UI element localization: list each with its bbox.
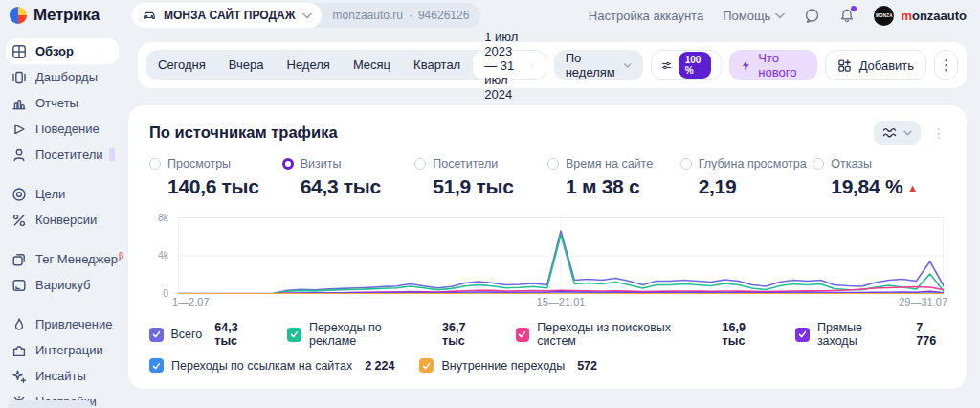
account-settings-link[interactable]: Настройка аккаунта [589, 9, 703, 23]
range-week[interactable]: Неделя [276, 50, 342, 80]
range-month[interactable]: Месяц [342, 50, 402, 80]
date-range-value: 1 июл 2023 — 31 июл 2024 [484, 30, 523, 102]
app-name: Метрика [33, 6, 100, 25]
radio-icon [813, 158, 824, 170]
car-icon [142, 8, 157, 23]
legend-item-direct[interactable]: Прямые заходы 7 776 [795, 321, 946, 348]
legend-value: 16,9 тыс [723, 321, 771, 348]
checkbox-icon [149, 358, 164, 373]
radio-icon [282, 158, 294, 170]
legend-label: Прямые заходы [817, 321, 903, 348]
separator-dot: · [409, 9, 412, 22]
user-menu[interactable]: MONZA monzaauto [874, 6, 967, 26]
checkbox-icon [287, 328, 301, 342]
range-yesterday[interactable]: Вчера [217, 50, 276, 80]
chat-button[interactable] [804, 8, 820, 24]
x-tick-end: 29—31.07 [899, 296, 947, 307]
sidebar-item-visitors[interactable]: Посетители [6, 142, 119, 168]
notifications-button[interactable] [839, 8, 855, 24]
traffic-chart[interactable]: 8k 4k 0 1—2.07 15—21.01 29—31.07 [149, 214, 946, 308]
checkbox-icon [419, 358, 434, 373]
metric-value: 2,19 [680, 175, 813, 198]
metric-label: Глубина просмотра [699, 157, 807, 170]
radio-icon [149, 158, 161, 170]
sidebar-item-label: Посетители [35, 147, 103, 162]
chevron-down-icon [775, 12, 785, 19]
sidebar-item-label: Тег Менеджерβ [35, 251, 123, 266]
granularity-select[interactable]: По неделям [554, 50, 643, 80]
range-quarter[interactable]: Квартал [402, 50, 472, 80]
legend-value: 2 224 [365, 359, 394, 373]
sidebar-item-goals[interactable]: Цели [6, 181, 119, 207]
kebab-icon: ⋮ [939, 57, 953, 74]
help-menu[interactable]: Помощь [723, 9, 785, 23]
legend-item-search[interactable]: Переходы из поисковых систем 16,9 тыс [516, 321, 771, 348]
sliders-icon [661, 58, 672, 73]
chart-legend: Всего 64,3 тыс Переходы по рекламе 36,7 … [149, 321, 946, 373]
add-button[interactable]: Добавить [825, 50, 926, 80]
sidebar-item-variocube[interactable]: Вариокуб [6, 272, 119, 298]
sidebar-item-dashboards[interactable]: Дашборды [6, 64, 119, 90]
legend-label: Всего [171, 328, 203, 341]
sidebar-item-tag-manager[interactable]: Тег Менеджерβ [6, 246, 119, 272]
metric-pageviews[interactable]: Просмотры 140,6 тыс [149, 157, 282, 198]
sidebar-item-integrations[interactable]: Интеграции [6, 337, 119, 363]
range-today[interactable]: Сегодня [146, 50, 217, 80]
percent-icon [11, 213, 27, 228]
metric-depth[interactable]: Глубина просмотра 2,19 [680, 157, 813, 198]
sidebar-item-conversions[interactable]: Конверсии [6, 207, 119, 233]
counter-domain[interactable]: monzaauto.ru [333, 9, 403, 22]
legend-value: 64,3 тыс [214, 321, 262, 348]
legend-value: 572 [577, 359, 597, 373]
x-axis-labels: 1—2.07 15—21.01 29—31.07 [178, 296, 944, 309]
sidebar-item-label: Инсайты [35, 369, 86, 383]
target-icon [11, 187, 27, 202]
metric-bounce-rate[interactable]: Отказы 19,84 %▲ [813, 157, 946, 198]
widget-add-icon [837, 58, 852, 73]
add-label: Добавить [859, 58, 914, 73]
date-range-picker[interactable]: 1 июл 2023 — 31 июл 2024 [473, 51, 545, 79]
whats-new-button[interactable]: Что нового [729, 50, 816, 80]
sidebar-item-attraction[interactable]: Привлечение [6, 311, 119, 337]
sampling-button[interactable]: 100 % [651, 50, 723, 80]
account-name: monzaauto [901, 9, 967, 23]
sidebar-item-overview[interactable]: Обзор [6, 38, 119, 64]
sidebar-item-label: Интеграции [35, 343, 103, 357]
chart-type-select[interactable] [874, 121, 921, 145]
metric-visits[interactable]: Визиты 64,3 тыс [282, 157, 415, 198]
overview-icon [11, 44, 27, 59]
sidebar-item-insights[interactable]: Инсайты [6, 363, 119, 389]
granularity-value: По неделям [566, 51, 618, 79]
legend-label: Переходы из поисковых систем [537, 321, 709, 348]
metric-label: Отказы [831, 157, 872, 170]
legend-item-site-links[interactable]: Переходы по ссылкам на сайтах 2 224 [149, 358, 394, 373]
chevron-down-icon [624, 62, 632, 69]
sidebar-collapsed-pill[interactable] [8, 400, 92, 408]
person-icon [11, 147, 27, 163]
chevron-down-icon [531, 62, 534, 69]
sidebar-item-reports[interactable]: Отчеты [6, 90, 119, 116]
metric-label: Посетители [433, 157, 498, 170]
metric-label: Время на сайте [566, 157, 653, 170]
whats-new-label: Что нового [758, 51, 804, 79]
counter-select[interactable]: МОНЗА САЙТ ПРОДАЖ [132, 3, 322, 28]
chart-plot-area[interactable] [178, 217, 944, 294]
toolbar-kebab-button[interactable]: ⋮ [934, 50, 958, 80]
x-tick-mid: 15—21.01 [537, 296, 586, 307]
radio-icon [414, 158, 426, 170]
sidebar-item-label: Конверсии [35, 213, 97, 227]
y-tick-4k: 4k [149, 249, 168, 261]
sidebar-item-behavior[interactable]: Поведение [6, 116, 119, 142]
radio-icon [680, 158, 692, 170]
sidebar-item-label: Привлечение [35, 317, 113, 331]
reports-icon [11, 96, 27, 111]
app-logo[interactable]: Метрика [10, 6, 124, 25]
legend-item-total[interactable]: Всего 64,3 тыс [149, 321, 262, 348]
legend-label: Внутренние переходы [441, 359, 565, 373]
legend-item-ads[interactable]: Переходы по рекламе 36,7 тыс [287, 321, 490, 348]
metric-users[interactable]: Посетители 51,9 тыс [414, 157, 547, 198]
legend-item-internal[interactable]: Внутренние переходы 572 [419, 358, 597, 373]
metric-time-on-site[interactable]: Время на сайте 1 м 38 с [547, 157, 680, 198]
card-kebab-button[interactable]: ⋮ [932, 125, 946, 141]
legend-value: 7 776 [916, 321, 946, 348]
